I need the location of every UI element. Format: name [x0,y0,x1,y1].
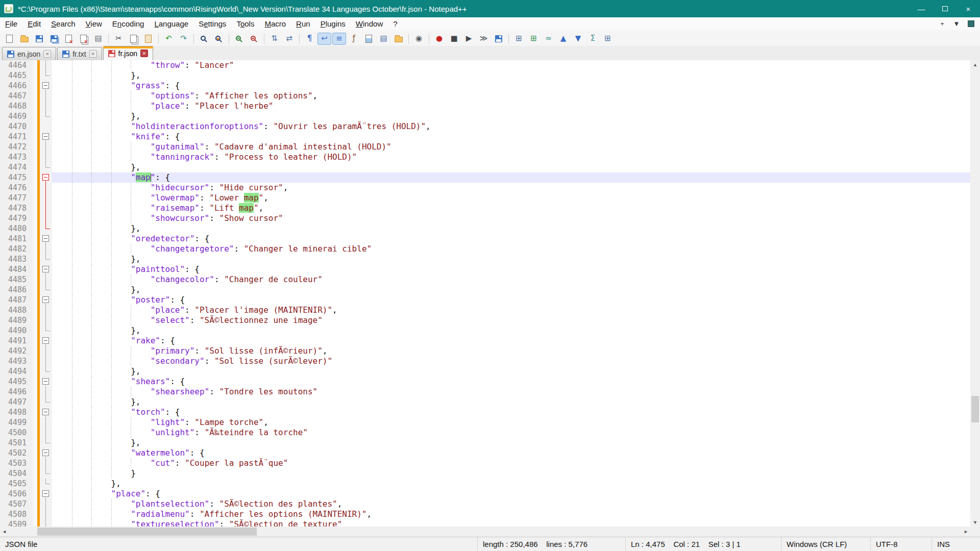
fold-collapse-icon[interactable] [42,133,49,140]
run-macro-multiple-icon[interactable]: ≫ [477,33,491,45]
tab-close-icon[interactable]: ✕ [89,50,97,58]
code-text[interactable]: "grass": { [52,81,970,91]
code-text[interactable]: "throw": "Lancer" [52,60,970,70]
code-text[interactable]: "gutanimal": "Cadavre d'animal intestina… [52,142,970,152]
code-text[interactable]: "oredetector": { [52,234,970,244]
bookmark-margin[interactable] [33,397,37,407]
word-wrap-icon[interactable]: ↩ [317,33,331,45]
menu-view[interactable]: View [81,17,107,30]
bookmark-margin[interactable] [33,428,37,438]
bookmark-margin[interactable] [33,448,37,458]
code-text[interactable]: "knife": { [52,132,970,142]
code-text[interactable]: "options": "Afficher les options", [52,91,970,101]
menu-run[interactable]: Run [291,17,315,30]
code-text[interactable]: "primary": "Sol lisse (infÃ©rieur)", [52,346,970,356]
horizontal-scrollbar[interactable]: ◄ ► [0,527,970,537]
bookmark-margin[interactable] [33,377,37,387]
code-text[interactable]: "rake": { [52,336,970,346]
code-text[interactable]: "changetargetore": "Changer le minerai c… [52,244,970,254]
close-document-icon[interactable] [62,33,76,45]
plugin-align-icon[interactable]: ⊞ [512,33,526,45]
bookmark-margin[interactable] [33,274,37,285]
code-text[interactable]: "textureselection": "SÃ©lection de textu… [52,519,970,527]
code-text[interactable]: }, [52,285,970,295]
bookmark-margin[interactable] [33,152,37,162]
fold-margin[interactable] [40,519,52,527]
record-macro-icon[interactable]: ● [432,33,446,45]
fold-margin[interactable] [40,142,52,152]
vertical-scrollbar-thumb[interactable] [971,396,979,422]
code-text[interactable]: "watermelon": { [52,448,970,458]
bookmark-margin[interactable] [33,285,37,295]
fold-margin[interactable] [40,162,52,172]
bookmark-margin[interactable] [33,101,37,111]
fold-margin[interactable] [40,111,52,121]
bookmark-margin[interactable] [33,346,37,356]
bookmark-margin[interactable] [33,468,37,479]
code-text[interactable]: "radialmenu": "Afficher les options (MAI… [52,509,970,519]
minimize-button[interactable]: — [910,0,933,17]
sort-descending-icon[interactable]: ▼ [571,33,585,45]
bookmark-margin[interactable] [33,295,37,305]
menu-window[interactable]: Window [351,17,388,30]
fold-margin[interactable] [40,397,52,407]
print-icon[interactable]: ▤ [91,33,105,45]
bookmark-margin[interactable] [33,489,37,499]
fold-margin[interactable] [40,285,52,295]
bookmark-margin[interactable] [33,519,37,527]
fold-margin[interactable] [40,254,52,264]
bookmark-margin[interactable] [33,305,37,315]
code-text[interactable]: "poster": { [52,295,970,305]
new-tab-button[interactable]: + [936,18,948,30]
fold-margin[interactable] [40,479,52,489]
indent-guide-icon[interactable]: ≡ [332,33,346,45]
code-text[interactable]: }, [52,438,970,448]
sort-ascending-icon[interactable]: ▲ [556,33,570,45]
bookmark-margin[interactable] [33,193,37,203]
code-text[interactable]: }, [52,479,970,489]
editor[interactable]: 4464 "throw": "Lancer"4465 },4466 "grass… [0,60,970,527]
menu-file[interactable]: File [0,17,22,30]
document-map-icon[interactable] [362,33,376,45]
fold-margin[interactable] [40,346,52,356]
menu-settings[interactable]: Settings [193,17,231,30]
bookmark-margin[interactable] [33,121,37,132]
close-button[interactable]: × [957,0,980,17]
fold-margin[interactable] [40,315,52,325]
document-list-icon[interactable]: ▤ [377,33,390,45]
fold-margin[interactable] [40,152,52,162]
fold-margin[interactable] [40,387,52,397]
fold-margin[interactable] [40,172,52,183]
fold-margin[interactable] [40,509,52,519]
fold-margin[interactable] [40,407,52,417]
bookmark-margin[interactable] [33,254,37,264]
bookmark-margin[interactable] [33,264,37,274]
scroll-up-arrow-icon[interactable]: ▲ [970,60,980,69]
code-text[interactable]: "place": "Placer l'image (MAINTENIR)", [52,305,970,315]
fold-margin[interactable] [40,132,52,142]
fold-margin[interactable] [40,183,52,193]
fold-margin[interactable] [40,489,52,499]
fold-margin[interactable] [40,101,52,111]
bookmark-margin[interactable] [33,315,37,325]
open-file-icon[interactable] [17,33,31,45]
cut-icon[interactable]: ✂ [112,33,126,45]
fold-margin[interactable] [40,448,52,458]
tab-en.json[interactable]: en.json✕ [2,47,56,60]
code-text[interactable]: }, [52,70,970,81]
bookmark-margin[interactable] [33,213,37,223]
fold-margin[interactable] [40,295,52,305]
fold-margin[interactable] [40,244,52,254]
fold-margin[interactable] [40,366,52,377]
zoom-in-icon[interactable] [232,33,246,45]
save-icon[interactable] [32,33,46,45]
fold-margin[interactable] [40,193,52,203]
fold-margin[interactable] [40,417,52,428]
tab-fr.txt[interactable]: fr.txt✕ [57,47,102,60]
close-all-documents-icon[interactable] [77,33,90,45]
bookmark-margin[interactable] [33,70,37,81]
code-text[interactable]: }, [52,162,970,172]
bookmark-margin[interactable] [33,366,37,377]
code-text[interactable]: }, [52,223,970,234]
stop-macro-icon[interactable]: ■ [447,33,461,45]
